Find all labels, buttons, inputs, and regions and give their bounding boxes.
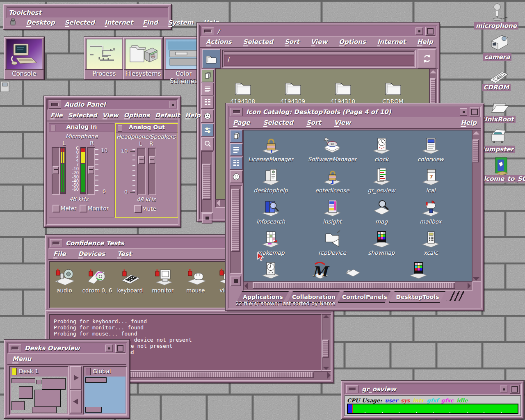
calendar-icon[interactable]: 7 — [421, 167, 441, 187]
console-vscrollbar[interactable] — [322, 314, 331, 371]
menu-help[interactable]: Help — [417, 38, 433, 46]
mailbox-icon[interactable] — [421, 199, 441, 218]
monitor-test-icon[interactable] — [151, 267, 174, 288]
desk-panel-global[interactable]: Global — [83, 366, 127, 415]
menu-sort[interactable]: Sort — [306, 119, 321, 126]
maximize-button[interactable] — [115, 344, 125, 353]
tab-desktoptools[interactable]: DesktopTools — [389, 291, 446, 303]
path-input[interactable]: / — [224, 55, 414, 66]
tab-controlpanels[interactable]: ControlPanels — [338, 291, 391, 303]
out-right-fader-thumb[interactable] — [149, 156, 155, 164]
checkbox-mute[interactable] — [134, 205, 142, 213]
osview-titlebar[interactable]: gr_osview — [345, 384, 521, 395]
window-menu-button[interactable] — [231, 108, 243, 116]
maximize-button[interactable] — [470, 107, 479, 116]
catalog-panner-button[interactable] — [231, 276, 241, 286]
checkbox-meter[interactable] — [52, 205, 60, 212]
menu-system[interactable]: System — [168, 19, 194, 26]
in-left-fader[interactable] — [52, 147, 60, 195]
catalog-hscroll-right[interactable] — [468, 283, 471, 289]
padlock-icon[interactable] — [261, 136, 281, 156]
cdrom-test-icon[interactable] — [86, 267, 109, 288]
fm-titlebar[interactable]: / — [200, 26, 436, 37]
microphone-icon[interactable] — [487, 3, 509, 25]
page-icon[interactable] — [343, 261, 363, 281]
calculator-icon[interactable] — [421, 230, 441, 249]
minimize-button[interactable] — [169, 101, 176, 108]
fm-panner-button[interactable] — [202, 213, 212, 224]
window-menu-button[interactable] — [346, 385, 358, 393]
keyboard-test-icon[interactable] — [119, 267, 142, 288]
menu-find[interactable]: Find — [143, 19, 158, 26]
view-tool-slider[interactable] — [201, 123, 214, 137]
colormap-edit-icon[interactable] — [261, 230, 281, 249]
colormap-grid-icon[interactable] — [409, 261, 428, 281]
menu-view[interactable]: View — [334, 119, 351, 126]
checkbox-monitor[interactable] — [80, 205, 87, 212]
menu-default[interactable]: Default — [155, 112, 180, 119]
dumpster-icon[interactable] — [488, 126, 509, 148]
folder-icon[interactable] — [282, 78, 304, 99]
menu-help[interactable]: Help — [461, 119, 477, 126]
fm-left-scrollbar-thumb[interactable] — [202, 164, 211, 200]
menu-view[interactable]: View — [103, 112, 119, 119]
view-tool-box3d[interactable] — [230, 130, 243, 143]
group-collapse-button[interactable] — [118, 125, 122, 132]
menu-menu[interactable]: Menu — [12, 355, 31, 363]
fm-left-scrollbar[interactable] — [201, 151, 213, 213]
catalog-left-scrollbar-thumb[interactable] — [231, 189, 240, 252]
launch-tile-filesystems[interactable]: Filesystems — [123, 37, 163, 80]
desks-titlebar[interactable]: Desks Overview — [7, 343, 126, 354]
folder-icon[interactable] — [332, 78, 354, 99]
catalog-hscroll-thumb[interactable] — [253, 282, 455, 289]
window-menu-button[interactable] — [9, 344, 21, 352]
desk-prev-button[interactable] — [70, 390, 82, 413]
minimize-button[interactable] — [460, 108, 467, 116]
fm-vscroll-thumb[interactable] — [430, 78, 436, 105]
window-menu-button[interactable] — [202, 27, 214, 35]
menu-selected[interactable]: Selected — [243, 38, 273, 46]
fm-hscroll-left[interactable] — [217, 200, 220, 206]
path-field-collapsed-strip[interactable] — [224, 51, 414, 55]
in-right-fader[interactable] — [87, 147, 95, 195]
desk-next-button[interactable] — [70, 366, 82, 390]
menu-file[interactable]: File — [50, 112, 63, 119]
help-doc-icon[interactable] — [261, 167, 281, 187]
catalog-hscrollbar[interactable] — [243, 281, 472, 291]
bookshelf-icon[interactable] — [322, 199, 342, 218]
view-tool-grid[interactable] — [230, 157, 243, 170]
minimize-button[interactable] — [105, 345, 113, 352]
osview-graph-icon[interactable] — [372, 167, 391, 187]
menu-selected[interactable]: Selected — [68, 112, 97, 119]
menu-view[interactable]: View — [311, 38, 328, 46]
catalog-viewport[interactable]: LicenseManagerSoftwareManagerclockcolorv… — [243, 130, 472, 282]
book-magnifier-icon[interactable] — [261, 199, 281, 218]
menu-internet[interactable]: Internet — [105, 19, 133, 26]
audio-test-icon[interactable] — [53, 267, 76, 288]
colorview-icon[interactable] — [421, 136, 441, 156]
toolchest-titlebar[interactable]: Toolchest — [7, 7, 168, 18]
conf-titlebar[interactable]: Confidence Tests — [48, 238, 231, 249]
in-left-fader-thumb[interactable] — [52, 166, 59, 174]
minimize-button[interactable] — [415, 27, 423, 35]
catalog-left-scrollbar[interactable] — [230, 185, 242, 274]
out-left-fader-thumb[interactable] — [138, 156, 145, 164]
camera-icon[interactable] — [489, 33, 510, 54]
view-tool-face[interactable] — [230, 170, 243, 183]
audio-titlebar[interactable]: Audio Panel — [47, 99, 178, 110]
minimize-button[interactable] — [500, 386, 507, 393]
menu-actions[interactable]: Actions — [206, 38, 232, 46]
menu-test[interactable]: Test — [117, 250, 132, 258]
catalog-vscrollbar[interactable] — [472, 130, 482, 282]
window-menu-button[interactable] — [49, 100, 61, 109]
catalog-titlebar[interactable]: Icon Catalog: DesktopTools (Page 4 of 10… — [229, 107, 481, 117]
desktop-icon-label[interactable]: UnixRoot — [481, 116, 516, 123]
window-menu-button[interactable] — [50, 239, 62, 247]
mouse-test-icon[interactable] — [184, 267, 207, 288]
maximize-button[interactable] — [510, 385, 520, 394]
drop-pocket-button[interactable] — [202, 49, 221, 68]
menu-options[interactable]: Options — [124, 112, 150, 119]
view-tool-face[interactable] — [201, 110, 214, 123]
catalog-hscroll-left[interactable] — [244, 283, 248, 289]
menu-page[interactable]: Page — [233, 119, 250, 126]
